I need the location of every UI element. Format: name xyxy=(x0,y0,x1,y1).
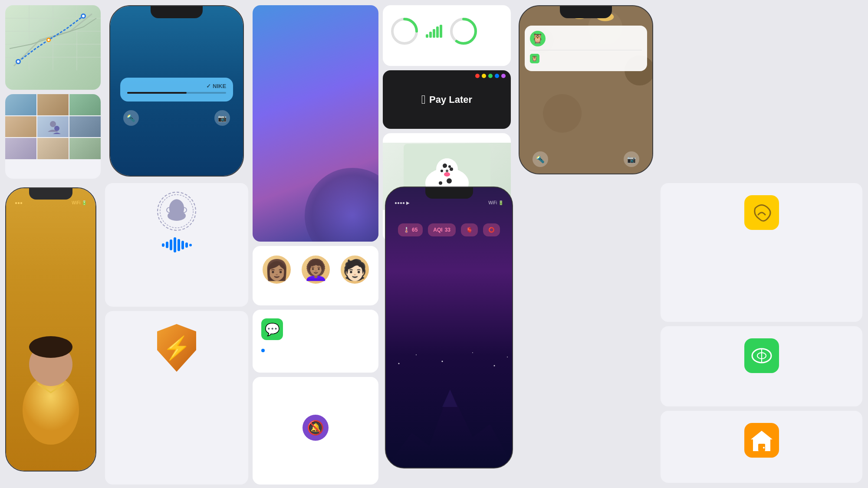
activity-progress xyxy=(127,92,226,94)
flashlight-btn: 🔦 xyxy=(533,151,548,167)
memoji-face-2: 👩🏽‍🦱 xyxy=(302,255,330,284)
svg-point-53 xyxy=(416,354,417,355)
apple-news-sports-card xyxy=(661,326,862,406)
svg-point-35 xyxy=(444,172,450,177)
nike-logo: ✓ NIKE xyxy=(206,83,226,89)
phone-bottom-icons: 🔦 📷 xyxy=(110,110,243,126)
audio-bar-3 xyxy=(170,239,172,250)
widgets-phone: ●●●● ▶ WiFi 🔋 🌡️ 65 AQI 33 🫀 ⭕ xyxy=(385,187,513,468)
photo-cell xyxy=(5,138,36,159)
memoji-faces: 👩🏽 👩🏽‍🦱 🧑🏻 xyxy=(253,255,378,284)
notification-card: 🦉 🦉 xyxy=(525,26,647,71)
multilayered-card: ●●● WiFi 🔋 xyxy=(5,183,101,485)
blue-dot xyxy=(261,349,265,352)
svg-point-12 xyxy=(48,39,50,41)
svg-point-57 xyxy=(507,357,508,357)
pay-later-text: Pay Later xyxy=(429,94,472,105)
photo-cell xyxy=(37,116,69,138)
svg-point-8 xyxy=(17,60,20,63)
svg-point-49 xyxy=(543,94,582,133)
camera-btn: 📷 xyxy=(624,151,639,167)
audio-waves xyxy=(162,237,192,252)
carplay-content xyxy=(383,5,511,66)
focus-icon: 🔕 xyxy=(302,415,329,441)
camera-icon: 📷 xyxy=(214,110,230,126)
flashlight-icon: 🔦 xyxy=(123,110,139,126)
widgets-lock-screen-card: ●●●● ▶ WiFi 🔋 🌡️ 65 AQI 33 🫀 ⭕ xyxy=(383,183,515,485)
quick-note-header xyxy=(661,183,862,195)
home-app-icon xyxy=(744,423,779,458)
spatial-audio-card xyxy=(105,183,248,307)
photo-cell xyxy=(5,116,36,138)
svg-point-13 xyxy=(50,121,56,127)
ios-card xyxy=(253,5,378,242)
notification-phone: 🦉 🦉 🔦 📷 xyxy=(519,5,653,174)
svg-point-52 xyxy=(398,363,400,364)
audio-bar-4 xyxy=(174,237,176,252)
notification-phone-screen: 🦉 🦉 🔦 📷 xyxy=(519,6,652,174)
speed-gauge xyxy=(390,16,419,46)
svg-point-30 xyxy=(447,178,452,183)
memoji-card: 👩🏽 👩🏽‍🦱 🧑🏻 xyxy=(253,246,378,305)
pay-later-logo:  Pay Later xyxy=(421,93,472,107)
mark-unread-content: 💬 xyxy=(253,310,378,349)
notif-secondary: 🦉 xyxy=(530,50,642,63)
svg-point-34 xyxy=(446,170,448,172)
svg-point-29 xyxy=(441,170,443,172)
memoji-face-3: 🧑🏻 xyxy=(341,255,369,284)
svg-point-38 xyxy=(29,336,72,358)
photo-cell xyxy=(5,94,36,115)
widgets-phone-screen: ●●●● ▶ WiFi 🔋 🌡️ 65 AQI 33 🫀 ⭕ xyxy=(386,187,512,468)
svg-point-33 xyxy=(448,165,451,168)
notif-content: 🦉 xyxy=(530,31,642,46)
audio-bar-2 xyxy=(166,242,168,248)
multistop-routing-card xyxy=(5,5,101,90)
audio-bar-5 xyxy=(178,239,180,251)
svg-point-55 xyxy=(472,352,473,353)
signal-bars: ●●●● ▶ xyxy=(395,200,410,205)
ring-icon: ⭕ xyxy=(488,227,495,233)
audio-bar-6 xyxy=(181,241,184,249)
messages-icon: 💬 xyxy=(261,318,283,340)
temp-icon: 🌡️ xyxy=(403,227,410,233)
quick-note-icon xyxy=(744,195,779,230)
svg-point-65 xyxy=(763,447,765,449)
svg-point-10 xyxy=(82,15,85,17)
activity-progress-fill xyxy=(127,92,187,94)
rapid-security-inner: ⚡ xyxy=(105,311,248,393)
lift-subject-title xyxy=(383,133,511,143)
battery-wifi: WiFi 🔋 xyxy=(488,200,503,205)
spatial-audio-inner xyxy=(105,183,248,268)
phone-notch-4 xyxy=(425,187,473,199)
phone-notch xyxy=(151,6,203,18)
news-sports-header xyxy=(661,326,862,338)
phone-status-2: ●●● WiFi 🔋 xyxy=(6,200,95,206)
phone-status-4: ●●●● ▶ WiFi 🔋 xyxy=(386,199,512,207)
head-icon xyxy=(157,192,196,231)
multilayered-phone: ●●● WiFi 🔋 xyxy=(5,187,96,472)
duolingo-icon: 🦉 xyxy=(530,31,546,46)
memoji-face-1: 👩🏽 xyxy=(263,255,291,284)
temp-value: 65 xyxy=(412,227,418,233)
photo-cell xyxy=(37,94,69,115)
person-area xyxy=(6,297,95,471)
notif-sub-icon: 🦉 xyxy=(530,54,539,63)
range-gauge xyxy=(449,16,478,46)
live-activities-card: ✓ NIKE 🔦 📷 xyxy=(105,5,248,183)
carplay-gauges xyxy=(390,16,504,46)
svg-text:⚡: ⚡ xyxy=(163,334,191,361)
phone-bottom-controls: 🔦 📷 xyxy=(519,151,652,167)
svg-point-54 xyxy=(442,361,443,362)
ring-widget: ⭕ xyxy=(483,223,500,236)
svg-point-32 xyxy=(443,165,446,168)
carplay-bars xyxy=(426,25,442,38)
audio-bar-7 xyxy=(185,242,188,248)
in-messages-row xyxy=(253,349,378,359)
home-app-header xyxy=(661,411,862,423)
quick-note-card xyxy=(661,183,862,322)
home-app-card xyxy=(661,411,862,483)
shared-photo-label xyxy=(5,159,101,168)
pay-later-card:  Pay Later xyxy=(383,70,511,129)
memoji-title xyxy=(253,246,378,255)
carplay-card xyxy=(383,5,511,66)
